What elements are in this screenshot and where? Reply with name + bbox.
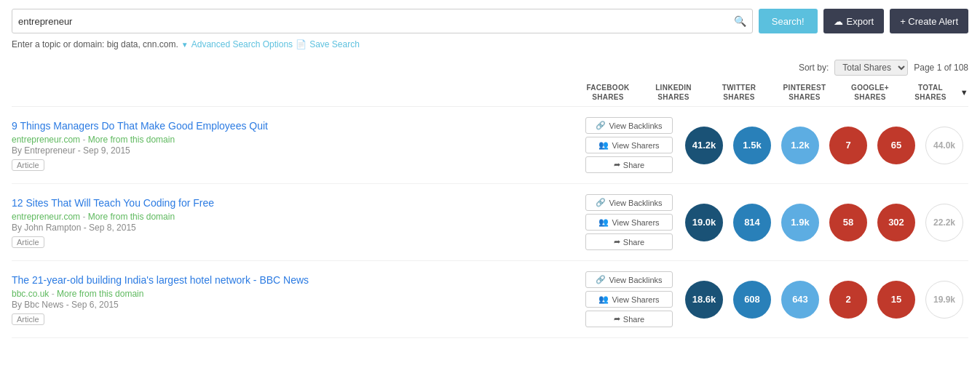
result-actions-0: 🔗 View Backlinks 👥 View Sharers ➦ Share <box>585 117 673 173</box>
domain-link-0[interactable]: entrepreneur.com <box>12 135 80 145</box>
share-btn-0[interactable]: ➦ Share <box>585 156 673 173</box>
more-from-domain-2[interactable]: More from this domain <box>57 289 143 299</box>
fb-circle-1: 19.0k <box>685 204 723 241</box>
sort-select[interactable]: Total Shares <box>834 60 908 76</box>
total-bubble-2: 19.9k <box>920 281 968 319</box>
gp-bubble-1: 302 <box>872 204 920 241</box>
result-meta-1: By John Rampton - Sep 8, 2015 <box>12 223 578 233</box>
result-tag-1: Article <box>12 236 44 248</box>
share-icon-1: ➦ <box>614 237 620 247</box>
li-bubble-0: 1.5k <box>728 127 776 164</box>
col-header-facebook: FACEBOOKSHARES <box>575 83 641 102</box>
search-hint-row: Enter a topic or domain: big data, cnn.c… <box>12 39 968 49</box>
result-title-1[interactable]: 12 Sites That Will Teach You Coding for … <box>12 197 214 209</box>
export-button[interactable]: ☁ Export <box>823 9 885 33</box>
share-icon-2: ➦ <box>614 314 620 324</box>
sharers-icon-0: 👥 <box>598 140 609 150</box>
share-bubbles-2: 18.6k 608 643 2 15 19.9k <box>680 281 968 319</box>
total-circle-0: 44.0k <box>925 127 963 164</box>
sort-row: Sort by: Total Shares Page 1 of 108 <box>12 60 968 76</box>
fb-circle-0: 41.2k <box>685 127 723 164</box>
sharers-icon-2: 👥 <box>598 295 609 304</box>
tw-circle-1: 1.9k <box>781 204 819 241</box>
result-info-2: The 21-year-old building India's largest… <box>12 273 585 326</box>
sharers-icon-1: 👥 <box>598 217 609 227</box>
view-sharers-btn-0[interactable]: 👥 View Sharers <box>585 137 673 153</box>
li-circle-1: 814 <box>733 204 771 241</box>
result-meta-0: By Entrepreneur - Sep 9, 2015 <box>12 145 578 156</box>
view-backlinks-btn-2[interactable]: 🔗 View Backlinks <box>585 271 673 288</box>
total-bubble-1: 22.2k <box>920 204 968 241</box>
result-title-0[interactable]: 9 Things Managers Do That Make Good Empl… <box>12 120 268 132</box>
pi-circle-0: 7 <box>829 127 867 164</box>
domain-link-2[interactable]: bbc.co.uk <box>12 289 49 299</box>
col-header-googleplus: GOOGLE+SHARES <box>837 83 903 102</box>
result-tag-0: Article <box>12 159 44 171</box>
result-domain-0: entrepreneur.com - More from this domain <box>12 135 578 145</box>
export-icon: ☁ <box>834 16 843 27</box>
tw-bubble-0: 1.2k <box>776 127 824 164</box>
chevron-down-icon: ▼ <box>181 41 189 49</box>
result-actions-1: 🔗 View Backlinks 👥 View Sharers ➦ Share <box>585 194 673 250</box>
search-input-wrap: 🔍 <box>12 9 753 33</box>
results-container: 9 Things Managers Do That Make Good Empl… <box>12 107 968 338</box>
sort-by-label: Sort by: <box>799 63 829 73</box>
result-info-1: 12 Sites That Will Teach You Coding for … <box>12 196 585 249</box>
table-row: 9 Things Managers Do That Make Good Empl… <box>12 107 968 184</box>
result-actions-2: 🔗 View Backlinks 👥 View Sharers ➦ Share <box>585 271 673 327</box>
view-sharers-btn-2[interactable]: 👥 View Sharers <box>585 291 673 308</box>
pi-circle-2: 2 <box>829 281 867 319</box>
fb-circle-2: 18.6k <box>685 281 723 319</box>
li-circle-0: 1.5k <box>733 127 771 164</box>
pi-bubble-0: 7 <box>824 127 872 164</box>
search-button[interactable]: Search! <box>759 9 818 33</box>
page-info: Page 1 of 108 <box>914 63 968 73</box>
gp-circle-0: 65 <box>877 127 915 164</box>
view-backlinks-btn-0[interactable]: 🔗 View Backlinks <box>585 117 673 134</box>
view-backlinks-btn-1[interactable]: 🔗 View Backlinks <box>585 194 673 211</box>
backlinks-icon-1: 🔗 <box>596 198 606 207</box>
share-btn-2[interactable]: ➦ Share <box>585 311 673 327</box>
fb-bubble-2: 18.6k <box>680 281 728 319</box>
share-btn-1[interactable]: ➦ Share <box>585 233 673 250</box>
result-domain-2: bbc.co.uk - More from this domain <box>12 289 578 299</box>
col-header-pinterest: PINTERESTSHARES <box>772 83 837 102</box>
more-from-domain-1[interactable]: More from this domain <box>88 212 175 222</box>
share-bubbles-0: 41.2k 1.5k 1.2k 7 65 44.0k <box>680 127 968 164</box>
view-sharers-btn-1[interactable]: 👥 View Sharers <box>585 214 673 231</box>
result-title-2[interactable]: The 21-year-old building India's largest… <box>12 274 309 286</box>
pi-bubble-1: 58 <box>824 204 872 241</box>
total-circle-1: 22.2k <box>925 204 963 241</box>
result-tag-2: Article <box>12 313 44 325</box>
share-bubbles-1: 19.0k 814 1.9k 58 302 22.2k <box>680 204 968 241</box>
table-row: The 21-year-old building India's largest… <box>12 261 968 338</box>
result-info-0: 9 Things Managers Do That Make Good Empl… <box>12 119 585 172</box>
advanced-search-link[interactable]: Advanced Search Options <box>191 39 293 49</box>
search-input[interactable] <box>18 16 734 27</box>
gp-circle-2: 15 <box>877 281 915 319</box>
total-circle-2: 19.9k <box>925 281 963 319</box>
domain-link-1[interactable]: entrepreneur.com <box>12 212 80 222</box>
col-header-linkedin: LINKEDINSHARES <box>641 83 706 102</box>
col-header-twitter: TWITTERSHARES <box>706 83 772 102</box>
search-icon: 🔍 <box>734 15 746 27</box>
divider-icon: 📄 <box>296 39 307 49</box>
save-search-link[interactable]: Save Search <box>309 39 360 49</box>
col-header-total: TOTAL SHARES ▼ <box>903 83 968 102</box>
pi-circle-1: 58 <box>829 204 867 241</box>
result-domain-1: entrepreneur.com - More from this domain <box>12 212 578 222</box>
li-bubble-1: 814 <box>728 204 776 241</box>
sort-arrow-icon: ▼ <box>960 87 968 97</box>
gp-circle-1: 302 <box>877 204 915 241</box>
create-alert-button[interactable]: + Create Alert <box>890 9 968 33</box>
li-circle-2: 608 <box>733 281 771 319</box>
more-from-domain-0[interactable]: More from this domain <box>88 135 175 145</box>
fb-bubble-0: 41.2k <box>680 127 728 164</box>
result-meta-2: By Bbc News - Sep 6, 2015 <box>12 300 578 310</box>
tw-circle-0: 1.2k <box>781 127 819 164</box>
backlinks-icon-2: 🔗 <box>596 275 606 284</box>
total-bubble-0: 44.0k <box>920 127 968 164</box>
backlinks-icon-0: 🔗 <box>596 121 606 130</box>
gp-bubble-0: 65 <box>872 127 920 164</box>
hint-text: Enter a topic or domain: big data, cnn.c… <box>12 39 178 49</box>
